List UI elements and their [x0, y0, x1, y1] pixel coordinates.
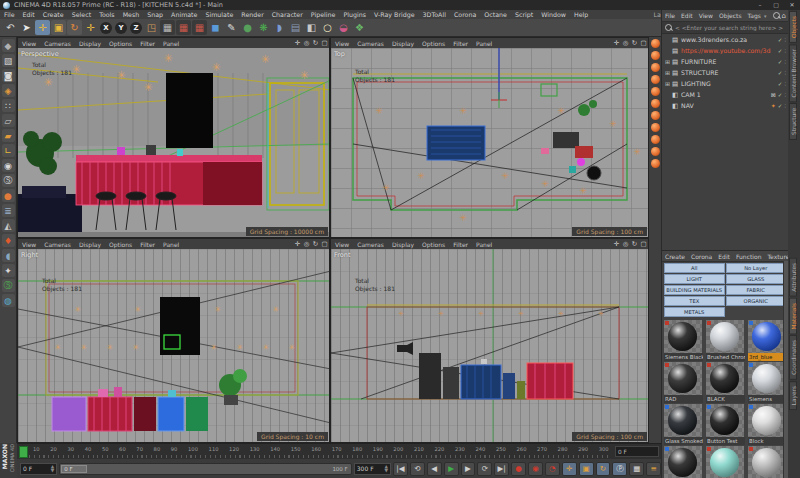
viewport-menu-item[interactable]: Display: [75, 241, 105, 248]
material-tool-icon[interactable]: ◒: [336, 20, 351, 35]
menu-item[interactable]: Mesh: [119, 11, 144, 18]
object-tree-row[interactable]: ⊞ NAV ✦ ✓ ∶: [662, 100, 788, 111]
rotate-icon[interactable]: ↻: [67, 20, 82, 35]
layer-filter-button[interactable]: No Layer: [726, 263, 787, 273]
object-tree-row[interactable]: ⊞ CAM 1 ⊠ ✓ ∶: [662, 89, 788, 100]
workplane-mode-icon[interactable]: ◈: [2, 84, 15, 97]
spinner-icon[interactable]: ▲▼: [385, 465, 388, 473]
menu-item[interactable]: Pipeline: [307, 11, 340, 18]
menu-item[interactable]: Simulate: [201, 11, 237, 18]
material-thumbnail[interactable]: [706, 362, 744, 395]
menu-item[interactable]: Render: [237, 11, 267, 18]
end-frame-field[interactable]: 300 F▲▼: [354, 463, 391, 475]
current-frame-field[interactable]: 0 F▲▼: [20, 463, 57, 475]
key-scale-toggle[interactable]: ▣: [579, 462, 594, 476]
material-thumbnail[interactable]: [664, 320, 702, 353]
viewport-menu-item[interactable]: Panel: [472, 40, 496, 47]
viewport-menu-item[interactable]: Panel: [159, 40, 183, 47]
mat-menu-item[interactable]: Function: [733, 253, 765, 260]
object-label[interactable]: CAM 1: [681, 91, 771, 98]
viewport-menu-item[interactable]: Options: [105, 40, 136, 47]
object-extra-icon[interactable]: ⊠: [771, 91, 777, 98]
points-mode-icon[interactable]: ∷: [2, 99, 15, 112]
viewport-menu-item[interactable]: Filter: [449, 241, 472, 248]
live-selection-icon[interactable]: ➤: [19, 20, 34, 35]
viewport-menu-item[interactable]: Cameras: [353, 241, 388, 248]
rotate-view-icon[interactable]: ↻: [311, 240, 320, 248]
toggle-view-icon[interactable]: ▢: [639, 39, 648, 47]
key-parameter-toggle[interactable]: Ⓟ: [612, 462, 627, 476]
material-item[interactable]: Screen: [706, 446, 746, 478]
rotate-view-icon[interactable]: ↻: [311, 39, 320, 47]
loop-button[interactable]: ⟲: [410, 462, 425, 476]
play-button[interactable]: ▶: [444, 462, 459, 476]
plugin-palette-icon-8[interactable]: [651, 123, 660, 132]
scale-icon[interactable]: ▣: [51, 20, 66, 35]
z-axis-toggle[interactable]: Z: [130, 22, 142, 34]
plugin-palette-icon-7[interactable]: [651, 111, 660, 120]
pan-view-icon[interactable]: ✛: [293, 39, 302, 47]
viewport-menu-item[interactable]: Options: [418, 40, 449, 47]
enable-snap-icon[interactable]: ◉: [2, 159, 15, 172]
polygons-mode-icon[interactable]: ▰: [2, 129, 15, 142]
render-toggle-icon[interactable]: ✓: [778, 103, 783, 109]
menu-item[interactable]: Create: [39, 11, 68, 18]
minimize-button[interactable]: –: [752, 0, 768, 10]
visibility-dots-icon[interactable]: ∶: [784, 36, 786, 43]
ruler-frame-field[interactable]: 0 F: [615, 446, 659, 457]
lock-icon[interactable]: ◭: [2, 219, 15, 232]
plugin-palette-icon-10[interactable]: [651, 147, 660, 156]
close-button[interactable]: ✕: [784, 0, 800, 10]
expander-icon[interactable]: ⊞: [664, 58, 671, 65]
menu-item[interactable]: Select: [68, 11, 95, 18]
goto-end-button[interactable]: ▶|: [494, 462, 509, 476]
object-label[interactable]: https://www.youtube.com/3drenders_: [681, 47, 771, 54]
render-toggle-icon[interactable]: ✓: [778, 37, 783, 43]
record-button[interactable]: ●: [511, 462, 526, 476]
menu-item[interactable]: Corona: [450, 11, 480, 18]
om-menu-item[interactable]: View: [696, 12, 716, 19]
object-tree-row[interactable]: ⊞ FURNITURE ✓ ∶: [662, 56, 788, 67]
dock-tab[interactable]: Content Browser: [789, 44, 797, 102]
zoom-view-icon[interactable]: ◎: [621, 240, 630, 248]
object-label[interactable]: www.3drenders.co.za: [681, 36, 771, 43]
object-label[interactable]: NAV: [681, 102, 771, 109]
viewport-menu-item[interactable]: View: [331, 241, 353, 248]
viewport-menu-item[interactable]: Options: [418, 241, 449, 248]
material-item[interactable]: BLACK: [706, 362, 746, 403]
toggle-view-icon[interactable]: ▢: [320, 39, 329, 47]
menu-item[interactable]: Tools: [95, 11, 119, 18]
edges-mode-icon[interactable]: ▱: [2, 114, 15, 127]
material-name[interactable]: BLACK: [706, 395, 745, 403]
visibility-dots-icon[interactable]: ∶: [784, 80, 786, 87]
maximize-button[interactable]: ▢: [768, 0, 784, 10]
paint-tool-icon[interactable]: ●: [2, 189, 15, 202]
plugin-palette-icon-6[interactable]: [651, 99, 660, 108]
render-toggle-icon[interactable]: ✓: [778, 48, 783, 54]
menu-item[interactable]: V-Ray Bridge: [370, 11, 419, 18]
slider-grip[interactable]: 0 F: [61, 465, 87, 473]
material-name[interactable]: Siemens Black: [664, 353, 703, 361]
viewport-menu-item[interactable]: View: [331, 40, 353, 47]
toggle-view-icon[interactable]: ▢: [639, 240, 648, 248]
object-label[interactable]: LIGHTING: [681, 80, 771, 87]
object-label[interactable]: FURNITURE: [681, 58, 771, 65]
plugin-palette-icon-9[interactable]: [651, 135, 660, 144]
power-slider[interactable]: 0 F 100 F: [59, 463, 352, 475]
material-thumbnail[interactable]: [748, 320, 786, 353]
deformers-icon[interactable]: ❋: [256, 20, 271, 35]
prev-frame-button[interactable]: ◀: [427, 462, 442, 476]
layer-filter-button[interactable]: FABRIC: [726, 285, 787, 295]
next-frame-button[interactable]: ▶: [461, 462, 476, 476]
menu-item[interactable]: Octane: [480, 11, 511, 18]
home-icon[interactable]: ⌂: [782, 12, 786, 20]
object-tree-row[interactable]: ⊞ www.3drenders.co.za ✓ ∶: [662, 34, 788, 45]
object-extra-icon[interactable]: ✦: [771, 102, 777, 109]
x-axis-toggle[interactable]: X: [100, 22, 112, 34]
instance-icon[interactable]: ▤: [288, 20, 303, 35]
material-name[interactable]: RAD: [664, 395, 703, 403]
object-label[interactable]: STRUCTURE: [681, 69, 771, 76]
key-pla-toggle[interactable]: ▦: [629, 462, 644, 476]
viewport-menu-item[interactable]: Options: [105, 241, 136, 248]
material-item[interactable]: Block: [748, 404, 788, 445]
